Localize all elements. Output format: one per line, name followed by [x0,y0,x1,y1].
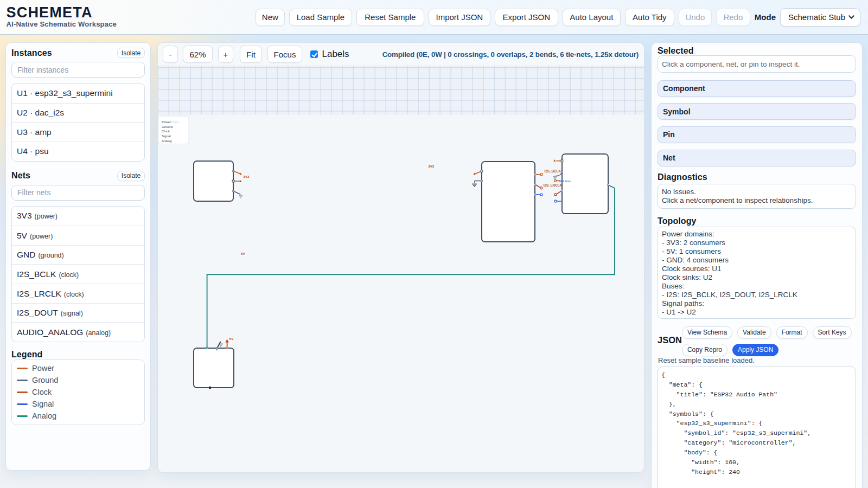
svg-text:3V3: 3V3 [244,175,250,178]
svg-text:I2S_BCLK: I2S_BCLK [545,169,561,173]
svg-text:Clock: Clock [162,130,170,133]
svg-text:I2S bus: I2S bus [559,179,571,183]
svg-text:3V3: 3V3 [428,164,434,168]
svg-text:chain: chain [171,120,179,124]
svg-text:5V: 5V [229,337,234,341]
svg-text:Power: Power [162,120,171,124]
svg-text:Signal: Signal [162,134,171,138]
svg-text:5V: 5V [241,252,245,255]
svg-text:Ground: Ground [162,125,173,129]
svg-text:Analog: Analog [162,139,172,143]
svg-text:I2S_LRCLK: I2S_LRCLK [544,183,563,187]
